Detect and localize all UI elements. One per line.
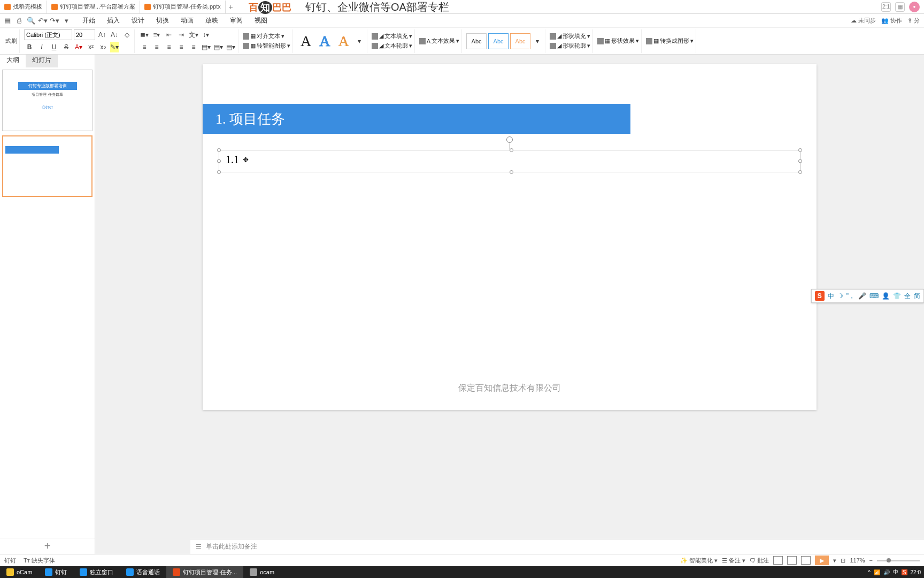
user-avatar[interactable]: ●: [909, 2, 920, 12]
text-style-gradient[interactable]: A: [335, 33, 352, 50]
decrease-font-icon[interactable]: A↓: [109, 29, 120, 40]
zoom-fit-icon[interactable]: ⊡: [841, 557, 845, 564]
resize-handle-w[interactable]: [217, 159, 221, 163]
bullets-button[interactable]: ≣▾: [139, 29, 150, 40]
slide-canvas[interactable]: 1. 项目任务 1.1 ✥ 保定百知信息技术有限公司 ☰ 单击此处添加备注: [95, 55, 924, 554]
tray-sogou-icon[interactable]: S: [902, 569, 907, 575]
task-ocam-folder[interactable]: oCam: [0, 566, 38, 578]
decrease-indent-button[interactable]: ⇤: [164, 29, 174, 40]
menu-start[interactable]: 开始: [77, 15, 101, 26]
notes-pane[interactable]: ☰ 单击此处添加备注: [190, 539, 924, 554]
ime-moon-icon[interactable]: ☽: [837, 292, 843, 300]
ime-mic-icon[interactable]: 🎤: [858, 292, 866, 300]
shape-preset-3[interactable]: Abc: [510, 33, 530, 49]
convert-to-picture-button[interactable]: ▦ 转换成图形▾: [646, 37, 694, 45]
align-justify-button[interactable]: ≡: [176, 42, 187, 52]
view-sorter-icon[interactable]: [787, 556, 797, 565]
text-fill-button[interactable]: ◢ 文本填充▾: [372, 32, 412, 40]
menu-review[interactable]: 审阅: [225, 15, 248, 26]
task-window[interactable]: 独立窗口: [73, 566, 120, 578]
menu-slideshow[interactable]: 放映: [200, 15, 224, 26]
clear-format-icon[interactable]: ◇: [121, 29, 132, 40]
collab-button[interactable]: 👥 协作: [881, 17, 902, 25]
text-style-solid[interactable]: A: [297, 33, 314, 50]
missing-font-button[interactable]: Tт 缺失字体: [24, 557, 55, 565]
layout-icon[interactable]: 2:1: [881, 2, 891, 12]
align-right-button[interactable]: ≡: [164, 42, 174, 52]
review-toggle-button[interactable]: 🗨 批注: [750, 557, 769, 565]
sogou-logo-icon[interactable]: S: [815, 291, 825, 301]
align-center-button[interactable]: ≡: [151, 42, 162, 52]
rotate-handle[interactable]: [506, 136, 513, 143]
text-style-outline[interactable]: A: [316, 33, 333, 50]
notes-toggle-button[interactable]: ☰ 备注 ▾: [722, 557, 745, 565]
new-doc-icon[interactable]: ▤: [3, 17, 12, 25]
tab-doc-active[interactable]: 钉钉项目管理-任务类.pptx: [140, 1, 226, 13]
ime-jian[interactable]: 简: [914, 292, 920, 301]
tray-sound-icon[interactable]: 🔊: [883, 569, 890, 575]
redo-icon[interactable]: ↷▾: [50, 17, 59, 25]
numbering-button[interactable]: ≡▾: [151, 29, 162, 40]
task-dingtalk[interactable]: 钉钉: [38, 566, 73, 578]
system-tray[interactable]: ^ 📶 🔊 中 S 22:0: [868, 568, 924, 576]
resize-handle-ne[interactable]: [798, 148, 802, 152]
tray-up-icon[interactable]: ^: [868, 569, 871, 575]
add-slide-button[interactable]: +: [0, 538, 95, 554]
zoom-slider[interactable]: [877, 560, 920, 561]
ime-toolbar[interactable]: S 中 ☽ "， 🎤 ⌨ 👤 👕 全 简: [811, 289, 924, 303]
line-spacing-button[interactable]: ↕▾: [201, 29, 211, 40]
tray-time[interactable]: 22:0: [911, 569, 921, 575]
tray-wifi-icon[interactable]: 📶: [874, 569, 880, 575]
indent-button[interactable]: ▤▾: [213, 42, 224, 52]
zoom-value[interactable]: 117%: [850, 557, 865, 564]
align-text-button[interactable]: ▦ 对齐文本▾: [243, 32, 290, 40]
text-effect-button[interactable]: A 文本效果▾: [419, 37, 459, 45]
increase-font-icon[interactable]: A↑: [97, 29, 107, 40]
ime-user-icon[interactable]: 👤: [882, 292, 890, 300]
task-wps[interactable]: 钉钉项目管理-任务...: [166, 566, 243, 578]
view-normal-icon[interactable]: [773, 556, 783, 565]
undo-icon[interactable]: ↶▾: [38, 17, 47, 25]
distribute-button[interactable]: ≡: [188, 42, 199, 52]
view-reading-icon[interactable]: [801, 556, 811, 565]
resize-handle-n[interactable]: [510, 148, 513, 152]
columns-button[interactable]: ▤▾: [201, 42, 211, 52]
menu-design[interactable]: 设计: [126, 15, 150, 26]
share-button[interactable]: ⇪ 分: [907, 17, 920, 25]
slide[interactable]: 1. 项目任务 1.1 ✥ 保定百知信息技术有限公司: [203, 64, 817, 410]
print-icon[interactable]: ⎙: [15, 17, 24, 25]
highlight-button[interactable]: ✎▾: [110, 42, 119, 52]
superscript-button[interactable]: x²: [86, 42, 96, 52]
slides-tab[interactable]: 幻灯片: [26, 55, 58, 67]
smart-beautify-button[interactable]: ✨ 智能美化 ▾: [680, 557, 718, 565]
ime-lang[interactable]: 中: [828, 292, 834, 301]
task-ocam-app[interactable]: ocam: [243, 566, 281, 578]
resize-handle-e[interactable]: [798, 159, 802, 163]
shape-preset-1[interactable]: Abc: [466, 33, 487, 49]
font-family-select[interactable]: [24, 29, 72, 40]
italic-button[interactable]: I: [36, 42, 47, 52]
resize-handle-nw[interactable]: [217, 148, 221, 152]
underline-button[interactable]: U: [49, 42, 59, 52]
tray-lang[interactable]: 中: [893, 568, 898, 576]
resize-handle-s[interactable]: [510, 170, 513, 174]
align-left-button[interactable]: ≡: [139, 42, 150, 52]
ime-keyboard-icon[interactable]: ⌨: [869, 292, 879, 300]
bold-button[interactable]: B: [24, 42, 35, 52]
ime-full[interactable]: 全: [904, 292, 911, 301]
apps-icon[interactable]: ▦: [895, 2, 905, 12]
ime-punct-icon[interactable]: "，: [846, 292, 855, 301]
convert-smart-shape-button[interactable]: ▦ 转智能图形▾: [243, 42, 290, 50]
shape-preset-2[interactable]: Abc: [488, 33, 509, 49]
slide-title-box[interactable]: 1. 项目任务: [203, 104, 630, 134]
slideshow-play-button[interactable]: ▶: [815, 556, 829, 565]
format-painter[interactable]: 式刷: [5, 36, 17, 47]
tab-doc-1[interactable]: 钉钉项目管理...平台部署方案: [47, 1, 140, 13]
outline-tab[interactable]: 大纲: [0, 55, 26, 67]
ime-skin-icon[interactable]: 👕: [893, 292, 901, 300]
slide-thumb-1[interactable]: 钉钉专业版部署培训 项目管理-任务篇章 ◎钉钉: [2, 70, 93, 131]
increase-indent-button[interactable]: ⇥: [176, 29, 187, 40]
resize-handle-se[interactable]: [798, 170, 802, 174]
spacing-button[interactable]: ▤▾: [225, 42, 236, 52]
menu-animation[interactable]: 动画: [175, 15, 199, 26]
